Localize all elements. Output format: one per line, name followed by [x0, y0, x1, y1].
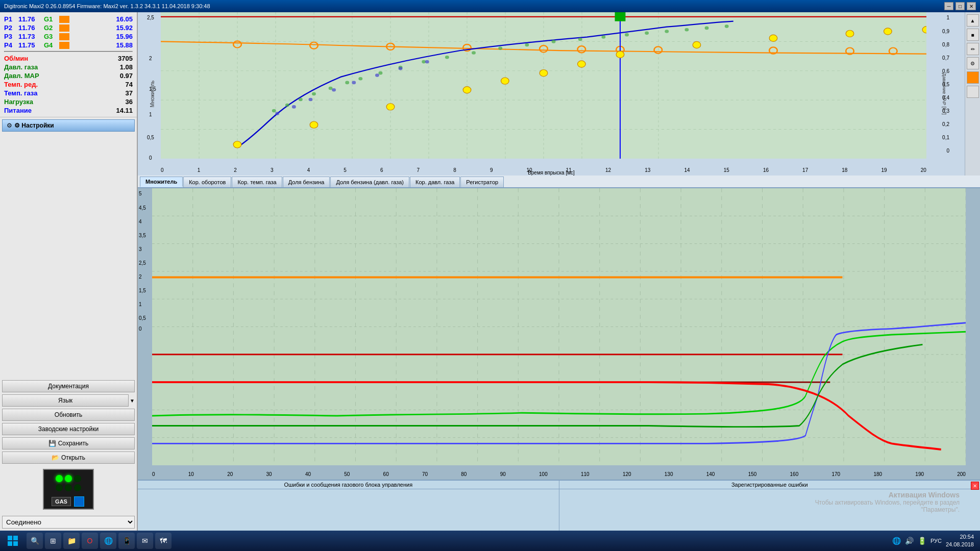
battery-icon: 🔋 [918, 537, 926, 545]
tab-petrol-share-pressure[interactable]: Доля бензина (давл. газа) [330, 177, 409, 187]
save-icon: 💾 [48, 440, 56, 447]
svg-point-49 [665, 30, 669, 33]
rpm-label: Об/мин [4, 55, 28, 62]
error-close-button[interactable]: ✕ [971, 482, 979, 490]
y-right-0-2: 0,2 [942, 121, 949, 127]
error-right-content: Активация Windows Чтобы активировать Win… [559, 489, 981, 520]
sensor-row-p3: P3 11.73 G3 15.96 [4, 33, 133, 40]
by-5: 5 [139, 191, 142, 196]
svg-point-43 [525, 43, 529, 47]
open-button[interactable]: 📂 Открыть [2, 452, 135, 464]
sidebar-stop[interactable]: ■ [967, 29, 979, 41]
map-pressure-label: Давл. МАР [4, 72, 39, 80]
right-sidebar: ▲ ■ ✏ ⚙ [965, 12, 980, 176]
svg-point-70 [616, 51, 624, 58]
svg-point-50 [685, 28, 689, 32]
svg-point-41 [472, 51, 476, 55]
gas-light-3 [74, 475, 81, 482]
g4-label: G4 [44, 41, 58, 49]
tab-rpm-correction[interactable]: Кор. оборотов [183, 177, 231, 187]
update-button[interactable]: Обновить [2, 409, 135, 421]
error-left-title: Ошибки и сообщения газового блока управл… [138, 481, 559, 489]
tab-gas-temp[interactable]: Кор. темп. газа [232, 177, 282, 187]
g2-value: 15.92 [116, 24, 133, 32]
svg-point-55 [309, 98, 313, 102]
top-chart: Множитель [138, 12, 965, 176]
gas-mode-label: GAS [52, 497, 71, 506]
svg-point-66 [463, 87, 471, 93]
docs-button[interactable]: Документация [2, 380, 135, 392]
close-button[interactable]: ✕ [967, 2, 976, 10]
search-button[interactable]: 🔍 [27, 533, 43, 549]
y-right-0-1: 0,1 [942, 135, 949, 140]
sidebar-arrow-up[interactable]: ▲ [967, 14, 979, 27]
y-axis-left-label: Множитель [150, 81, 155, 107]
tab-multiplier[interactable]: Множитель [140, 177, 183, 187]
sidebar-white[interactable] [967, 86, 979, 98]
right-panel: Множитель [138, 12, 980, 531]
g3-value: 15.96 [116, 33, 133, 40]
maximize-button[interactable]: □ [955, 2, 965, 10]
by-1: 1 [139, 302, 142, 307]
svg-point-37 [379, 71, 383, 75]
language-button[interactable]: Язык [2, 394, 129, 407]
svg-rect-111 [8, 541, 12, 546]
reducer-temp-label: Темп. ред. [4, 81, 38, 88]
y-left-0-5: 0,5 [147, 135, 154, 140]
titlebar: Digitronic Maxi2 0.26.0.8954 Firmware: M… [0, 0, 980, 12]
bottom-chart: 5 4,5 4 3,5 3 2,5 2 1,5 1 0,5 0 [138, 188, 980, 480]
connect-dropdown[interactable]: Соединено Отключено [2, 516, 135, 529]
task-view-button[interactable]: ⊞ [45, 533, 61, 549]
p2-value: 11.76 [18, 24, 44, 32]
svg-point-33 [312, 92, 316, 96]
minimize-button[interactable]: ─ [944, 2, 953, 10]
viber-button[interactable]: 📱 [118, 533, 135, 549]
factory-button[interactable]: Заводские настройки [2, 423, 135, 435]
by-0: 0 [139, 326, 142, 332]
error-section: Ошибки и сообщения газового блока управл… [138, 480, 980, 531]
y-left-1: 1 [149, 112, 152, 117]
gas-light-5 [65, 484, 72, 491]
tab-recorder[interactable]: Регистратор [460, 177, 504, 187]
open-label: Открыть [61, 454, 85, 461]
tab-gas-pressure-corr[interactable]: Кор. давл. газа [410, 177, 460, 187]
svg-point-36 [358, 77, 362, 81]
sidebar-orange[interactable] [967, 71, 979, 84]
mail-button[interactable]: ✉ [137, 533, 153, 549]
by-3: 3 [139, 246, 142, 252]
file-explorer-button[interactable]: 📁 [63, 533, 80, 549]
taskbar-lang: РУС [930, 538, 942, 544]
error-left-panel: Ошибки и сообщения газового блока управл… [138, 481, 559, 531]
start-button[interactable] [0, 531, 26, 551]
g3-icon [59, 33, 69, 40]
y-left-2: 2 [149, 56, 152, 61]
error-left-content [138, 489, 559, 520]
language-dropdown-icon: ▼ [130, 398, 135, 404]
settings-button[interactable]: ⚙ ⚙ Настройки [2, 119, 135, 132]
maps-button[interactable]: 🗺 [155, 533, 172, 549]
svg-point-40 [445, 56, 449, 59]
svg-rect-109 [8, 536, 12, 540]
sidebar-edit[interactable]: ✏ [967, 43, 979, 55]
svg-point-64 [310, 121, 318, 128]
save-button[interactable]: 💾 Сохранить [2, 437, 135, 449]
tab-petrol-share[interactable]: Доля бензина [283, 177, 330, 187]
svg-rect-112 [13, 541, 18, 546]
load-row: Нагрузка 36 [4, 97, 133, 106]
open-icon: 📂 [52, 454, 59, 461]
chrome-button[interactable]: 🌐 [100, 533, 116, 549]
opera-button[interactable]: O [82, 533, 98, 549]
sidebar-settings2[interactable]: ⚙ [967, 57, 979, 69]
svg-point-53 [275, 112, 279, 115]
svg-point-72 [769, 35, 777, 41]
g4-value: 15.88 [116, 41, 133, 49]
windows-logo-icon [7, 535, 19, 547]
title-text: Digitronic Maxi2 0.26.0.8954 Firmware: M… [4, 3, 210, 9]
connect-select[interactable]: Соединено Отключено [2, 516, 135, 529]
error-right-title: Зарегистрированные ошибки [559, 481, 981, 489]
rpm-value: 3705 [118, 55, 133, 62]
load-value: 36 [126, 98, 133, 106]
svg-point-59 [399, 67, 403, 70]
by-4-5: 4,5 [139, 205, 146, 211]
gas-pressure-row: Давл. газа 1.08 [4, 63, 133, 71]
